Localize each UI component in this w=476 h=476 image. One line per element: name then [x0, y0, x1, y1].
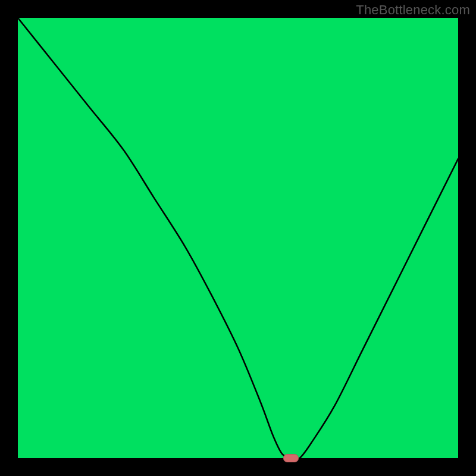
plot-area	[18, 18, 458, 458]
bottleneck-curve-path	[18, 18, 458, 459]
watermark-text: TheBottleneck.com	[356, 2, 470, 18]
curve-svg	[18, 18, 458, 458]
optimal-marker-icon	[283, 454, 299, 462]
chart-frame: TheBottleneck.com	[0, 0, 476, 476]
